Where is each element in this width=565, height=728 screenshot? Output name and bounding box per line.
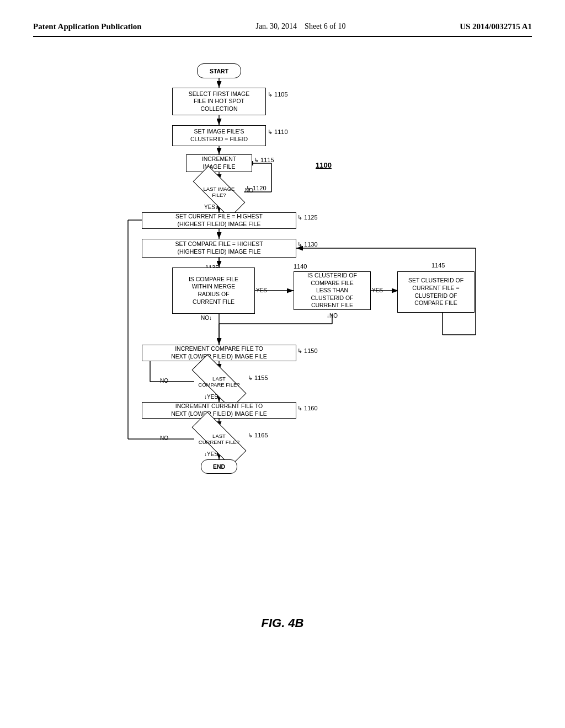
node-1140: IS CLUSTERID OFCOMPARE FILELESS THANCLUS… [294, 271, 371, 310]
publication-title: Patent Application Publication [33, 22, 142, 31]
label-1155-no: NO [160, 378, 168, 384]
diagram-area: START SELECT FIRST IMAGEFILE IN HOT SPOT… [33, 53, 532, 605]
ref-1100: 1100 [316, 161, 332, 169]
label-1165-yes: ↓YES [204, 451, 218, 457]
ref-1115: ↳ 1115 [254, 157, 274, 164]
publication-date-sheet: Jan. 30, 2014 Sheet 6 of 10 [255, 22, 345, 31]
node-1155: LASTCOMPARE FILE? [191, 371, 247, 393]
ref-1110: ↳ 1110 [268, 129, 288, 136]
flowchart: START SELECT FIRST IMAGEFILE IN HOT SPOT… [56, 53, 509, 605]
node-1145: SET CLUSTERID OFCURRENT FILE =CLUSTERID … [397, 271, 475, 313]
label-1120-no: NO [245, 188, 253, 194]
node-1105: SELECT FIRST IMAGEFILE IN HOT SPOTCOLLEC… [172, 88, 266, 115]
ref-1160: ↳ 1160 [297, 405, 318, 412]
node-1135: IS COMPARE FILEWITHIN MERGERADIUS OFCURR… [172, 267, 255, 314]
label-1135-no: NO↓ [201, 315, 212, 321]
arrows-svg [56, 53, 509, 605]
label-1155-yes: ↓YES [204, 394, 218, 400]
label-1165-no: NO [160, 435, 168, 441]
node-1110: SET IMAGE FILE'SCLUSTERID = FILEID [172, 125, 266, 146]
ref-1140-label: 1140 [294, 263, 307, 270]
page: Patent Application Publication Jan. 30, … [0, 0, 565, 728]
ref-1105: ↳ 1105 [268, 91, 288, 98]
page-header: Patent Application Publication Jan. 30, … [33, 22, 532, 37]
end-terminal: END [201, 459, 237, 474]
ref-1150: ↳ 1150 [297, 347, 318, 355]
start-terminal: START [197, 63, 241, 78]
ref-1130: ↳ 1130 [297, 241, 318, 248]
label-1140-no: ↓NO [327, 313, 338, 319]
node-1120: LAST IMAGEFILE? [193, 181, 245, 203]
node-1115: INCREMENTIMAGE FILE [186, 154, 252, 172]
ref-1125: ↳ 1125 [297, 214, 318, 221]
figure-label: FIG. 4B [33, 616, 532, 630]
node-1130: SET COMPARE FILE = HIGHEST(HIGHEST FILEI… [142, 239, 296, 258]
label-1140-yes: YES [372, 287, 383, 293]
label-1120-yes: YES↓ [204, 204, 218, 210]
ref-1145-label: 1145 [431, 262, 445, 269]
publication-number: US 2014/0032715 A1 [460, 22, 532, 31]
node-1160: INCREMENT CURRENT FILE TONEXT (LOWER FIL… [142, 402, 296, 419]
ref-1155: ↳ 1155 [248, 374, 268, 382]
node-1165: LASTCURRENT FILE? [191, 428, 247, 450]
node-1150: INCREMENT COMPARE FILE TONEXT (LOWER FIL… [142, 345, 296, 361]
label-1135-yes: YES [256, 287, 267, 293]
node-1125: SET CURRENT FILE = HIGHEST(HIGHEST FILEI… [142, 212, 296, 229]
ref-1165: ↳ 1165 [248, 432, 268, 439]
